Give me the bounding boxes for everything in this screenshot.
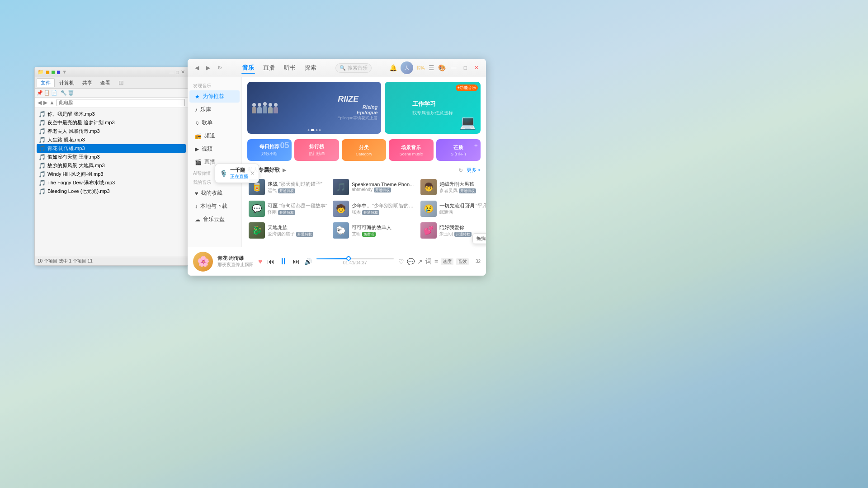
cat-card-hifi[interactable]: 芒质 S (Hi-Fi) + (436, 139, 481, 161)
player-prev-btn[interactable]: ⏮ (267, 258, 274, 266)
sidebar-item-favorites[interactable]: ♥ 我的收藏 (189, 187, 240, 199)
mp-icon-menu[interactable]: ☰ (429, 64, 434, 71)
player-equalizer-btn[interactable]: ≡ (434, 258, 438, 265)
mp-tab-music[interactable]: 音乐 (241, 62, 255, 74)
user-avatar[interactable]: 人 (401, 61, 413, 74)
fe-winbtn-close[interactable]: ✕ (181, 69, 185, 75)
player-like-btn[interactable]: ♥ (258, 258, 263, 266)
file-item-0[interactable]: 🎵 你、我是醒·张木.mp3 (37, 110, 186, 118)
fe-toolbar-copy[interactable]: 📋 (44, 90, 50, 96)
player-quality-speed[interactable]: 速度 (441, 258, 453, 265)
hifi-label: 芒质 (453, 144, 463, 151)
fe-winbtn-minimize[interactable]: — (169, 70, 174, 75)
file-icon-mp3: 🎵 (38, 145, 46, 152)
sidebar-item-radio[interactable]: 📻 频道 (189, 130, 240, 142)
file-item-9[interactable]: 🎵 Bleeding Love (七元光).mp3 (37, 187, 186, 196)
mp-icon-restore[interactable]: □ (462, 64, 469, 72)
song-badge-3: 开通特权 (278, 210, 295, 215)
playlist-more-btn[interactable]: 更多 > (467, 167, 481, 174)
desktop: Springdance目... 🖼️ 图片 📁 ◼ ◼ ◼ ▼ — □ ✕ 文件… (0, 0, 868, 488)
file-item-4[interactable]: 🎵 青花·周传雄.mp3 (37, 144, 186, 153)
mp-tab-explore[interactable]: 探索 (304, 62, 317, 74)
banner-workstudy-subtitle: 找专属音乐任意选择 (412, 110, 453, 116)
mp-tab-live[interactable]: 直播 (262, 62, 276, 74)
fe-tab-computer[interactable]: 计算机 (56, 79, 78, 87)
song-item-3[interactable]: 💬 可愿 "每句话都是一段故事" 怪圈 开通特权 (247, 199, 329, 218)
notification-icon[interactable]: 🔔 (389, 64, 397, 71)
player-lyrics-btn[interactable]: 词 (425, 258, 432, 266)
hero-banner-workstudy[interactable]: +功能音乐 工作学习 找专属音乐任意选择 💻 (385, 82, 481, 134)
toast-notification: 🎙️ 一千翻 正在直播 × (215, 164, 259, 183)
fe-nav-up[interactable]: ▲ (49, 99, 55, 106)
player-like-icon[interactable]: ♡ (398, 258, 404, 265)
mp-search-box[interactable]: 🔍 搜索音乐 (335, 63, 372, 73)
sidebar-item-downloads-label: 本地与下载 (200, 202, 227, 210)
file-name: 故乡的原风景·大地风.mp3 (47, 162, 105, 169)
file-item-2[interactable]: 🎵 春老夫人·风暴传奇.mp3 (37, 127, 186, 136)
mp-icon-minimize[interactable]: — (449, 64, 458, 72)
mp-right-controls: 🔔 人 惊风 ☰ 🎨 — □ ✕ (389, 61, 481, 74)
cat-card-charts[interactable]: 排行榜 热门榜单 (294, 139, 339, 161)
player-next-btn[interactable]: ⏭ (292, 258, 300, 266)
file-item-1[interactable]: 🎵 夜空中最亮的星·追梦计划.mp3 (37, 118, 186, 127)
file-name: 青花·周传雄.mp3 (47, 145, 85, 152)
mp-refresh-btn[interactable]: ↻ (216, 64, 224, 72)
player-share-icon[interactable]: ↗ (417, 258, 423, 265)
sidebar-item-library[interactable]: ♪ 乐库 (189, 103, 240, 116)
player-quality-effect[interactable]: 音效 (456, 258, 469, 265)
file-item-3[interactable]: 🎵 人生路·醒花.mp3 (37, 136, 186, 144)
mp-tab-audiobook[interactable]: 听书 (283, 62, 297, 74)
playlist-next-icon[interactable]: ▶ (283, 167, 286, 173)
hero-banner-riize[interactable]: RIIZE RisingEpilogue Epilogue零镜花式上届 (247, 82, 381, 134)
song-item-1[interactable]: 🎵 Speakerman Theme Phon... abtmelody 开通特… (331, 178, 416, 197)
fe-address-input[interactable] (57, 99, 185, 106)
toast-close-btn[interactable]: × (251, 170, 254, 177)
song-item-0[interactable]: 🥫 迷战 "那天偷到过的罐子" 运气 开通特权 (247, 178, 329, 197)
song-item-4[interactable]: 🧒 少年中... "少年别别明智的溜溜" 张杰 开通特权 (331, 199, 416, 218)
file-item-7[interactable]: 🎵 Windy Hill·风之间·羽.mp3 (37, 170, 186, 178)
fe-winbtn-restore[interactable]: □ (176, 70, 179, 75)
cat-card-daily[interactable]: 05 每日推荐 好歌不断 (247, 139, 292, 161)
fe-nav-forward[interactable]: ▶ (43, 99, 47, 106)
file-item-6[interactable]: 🎵 故乡的原风景·大地风.mp3 (37, 161, 186, 170)
volume-icon[interactable]: 🔊 (304, 258, 312, 265)
user-badge: 惊风 (417, 65, 425, 71)
mp-icon-skin[interactable]: 🎨 (438, 64, 446, 71)
sidebar-item-playlist[interactable]: ♫ 歌单 (189, 117, 240, 129)
cat-card-scene[interactable]: 场景音乐 Scene music (389, 139, 433, 161)
sidebar-item-cloud[interactable]: ☁ 音乐云盘 (189, 213, 240, 225)
mp-icon-close[interactable]: ✕ (472, 64, 481, 72)
song-title-1: Speakerman Theme Phon... (352, 182, 415, 187)
song-item-5[interactable]: 😢 一切先流泪回调 "平凡掉孔排队" 岷渡涵 (419, 199, 486, 218)
fe-toolbar-delete[interactable]: 🗑️ (68, 90, 74, 96)
song-badge-4: 开通特权 (362, 210, 379, 215)
fe-tab-view[interactable]: 查看 (97, 79, 114, 87)
playlist-refresh-icon[interactable]: ↻ (458, 167, 463, 174)
file-item-5[interactable]: 🎵 假如没有天堂·王菲.mp3 (37, 153, 186, 161)
player-pause-btn[interactable]: ⏸ (279, 256, 288, 267)
mp-nav-controls: ◀ ▶ ↻ (193, 64, 224, 72)
toast-content: 一千翻 正在直播 (230, 167, 248, 180)
song-badge-0: 开通特权 (278, 188, 295, 193)
fe-toolbar-pin[interactable]: 📌 (37, 90, 43, 96)
player-progress-bar[interactable] (316, 258, 394, 259)
hero-banners: RIIZE RisingEpilogue Epilogue零镜花式上届 (247, 82, 481, 134)
sidebar-item-downloads[interactable]: ↓ 本地与下载 (189, 200, 240, 212)
file-item-8[interactable]: 🎵 The Foggy Dew·瀑布水域.mp3 (37, 178, 186, 187)
mp-main-content: RIIZE RisingEpilogue Epilogue零镜花式上届 (242, 77, 486, 247)
cat-card-categories[interactable]: 分类 Category (342, 139, 386, 161)
fe-nav-back[interactable]: ◀ (38, 99, 42, 106)
mp-nav-forward[interactable]: ▶ (204, 64, 212, 72)
player-comment-icon[interactable]: 💬 (407, 258, 415, 265)
fe-tab-file[interactable]: 文件 (37, 78, 55, 87)
fe-toolbar-action[interactable]: 🔧 (61, 90, 67, 96)
song-item-2[interactable]: 👦 赵绒升削大男孩 参者灵风 开通特权 (419, 178, 486, 197)
fe-tab-share[interactable]: 共享 (79, 79, 96, 87)
sidebar-item-video[interactable]: ▶ 视频 (189, 143, 240, 155)
song-item-6[interactable]: 🐉 天地龙族 爱湾驯的谱子 开通特权 (247, 221, 329, 240)
fe-tab-extra[interactable]: ⊞ (115, 78, 127, 87)
mp-nav-back[interactable]: ◀ (193, 64, 201, 72)
song-item-7[interactable]: 🐑 可可可海的牧羊人 艾明 免费听 (331, 221, 416, 240)
sidebar-item-recommend[interactable]: ★ 为你推荐 (189, 90, 240, 103)
fe-toolbar-paste[interactable]: 📄 (51, 90, 57, 96)
